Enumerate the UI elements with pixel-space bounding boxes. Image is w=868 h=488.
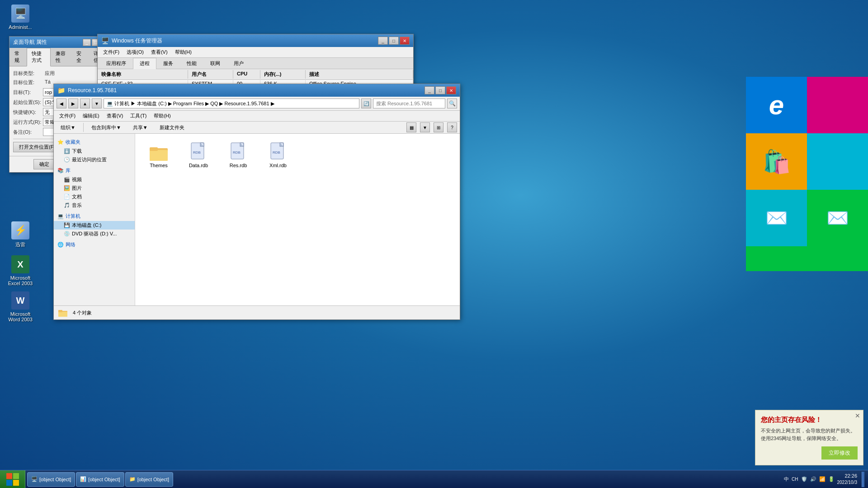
col-desc[interactable]: 描述	[306, 70, 413, 79]
taskbar-clock[interactable]: 22:26 2022/10/3	[837, 473, 858, 486]
sidebar-recent[interactable]: 🕒 最近访问的位置	[54, 155, 135, 164]
svg-rect-20	[58, 310, 62, 312]
col-image[interactable]: 映像名称	[98, 70, 188, 79]
help-btn[interactable]: ?	[447, 122, 457, 132]
forward-btn[interactable]: ▶	[68, 99, 78, 108]
tab-compat[interactable]: 兼容性	[51, 48, 71, 66]
menu-file[interactable]: 文件(F)	[99, 48, 123, 56]
desktop-icon-admin[interactable]: 🖥️ Administ...	[5, 5, 36, 30]
recent-btn[interactable]: ▼	[92, 99, 102, 108]
taskbar-item-explorer[interactable]: 📁 [object Object]	[125, 472, 173, 487]
tile-orange[interactable]: 🛍️	[746, 133, 807, 190]
file-explorer-titlebar: 📁 Resource.1.95.7681 _ □ ✕	[54, 84, 460, 97]
explorer-menu-file[interactable]: 文件(F)	[56, 112, 79, 120]
menu-options[interactable]: 选项(O)	[123, 48, 147, 56]
include-btn[interactable]: 包含到库中▼	[87, 123, 125, 132]
explorer-restore[interactable]: □	[435, 86, 445, 94]
status-folder-icon	[57, 307, 68, 318]
sidebar-downloads[interactable]: ⬇️ 下载	[54, 147, 135, 155]
tab-users[interactable]: 用户	[227, 58, 250, 69]
organize-btn[interactable]: 组织▼	[57, 123, 80, 132]
tray-icon-zh: 中	[784, 476, 789, 483]
sidebar-local-disk[interactable]: 💾 本地磁盘 (C:)	[54, 221, 135, 230]
sidebar-video[interactable]: 🎬 视频	[54, 175, 135, 184]
sidebar-dvd[interactable]: 💿 DVD 驱动器 (D:) V...	[54, 230, 135, 238]
data-rdb-icon: RDB	[188, 141, 209, 163]
tab-shortcut[interactable]: 快捷方式	[27, 48, 51, 66]
taskbar-item-properties[interactable]: 🖥️ [object Object]	[27, 472, 75, 487]
explorer-menu-view[interactable]: 查看(V)	[103, 112, 127, 120]
tile-green[interactable]: ✉️	[807, 190, 868, 246]
sidebar-docs[interactable]: 📄 文档	[54, 192, 135, 201]
themes-label: Themes	[150, 163, 168, 168]
taskbar-item-taskmanager-icon: 📊	[80, 476, 86, 482]
menu-view[interactable]: 查看(V)	[147, 48, 171, 56]
taskbar-item-taskmanager[interactable]: 📊 [object Object]	[76, 472, 124, 487]
taskbar-item-properties-icon: 🖥️	[31, 476, 38, 482]
svg-rect-23	[6, 480, 12, 486]
favorites-header[interactable]: ⭐ 收藏夹	[54, 137, 135, 147]
view-down-btn[interactable]: ▼	[420, 122, 430, 132]
tile-email2[interactable]: ✉️	[746, 190, 807, 246]
tab-perf[interactable]: 性能	[180, 58, 203, 69]
sidebar-music[interactable]: 🎵 音乐	[54, 201, 135, 210]
library-header[interactable]: 📚 库	[54, 166, 135, 175]
task-manager-restore[interactable]: □	[389, 37, 399, 45]
network-header[interactable]: 🌐 网络	[54, 240, 135, 249]
desktop-icon-excel[interactable]: X MicrosoftExcel 2003	[5, 255, 36, 286]
col-cpu[interactable]: CPU	[233, 70, 260, 79]
file-item-xml[interactable]: RDB Xml.rdb	[260, 139, 296, 170]
col-user[interactable]: 用户名	[188, 70, 233, 79]
tab-apps[interactable]: 应用程序	[99, 58, 133, 69]
notification-fix-btn[interactable]: 立即修改	[821, 446, 858, 460]
task-manager-minimize[interactable]: _	[378, 37, 388, 45]
tray-icon-network: 📶	[819, 476, 826, 482]
ok-btn[interactable]: 确定	[33, 159, 55, 169]
explorer-menu-help[interactable]: 帮助(H)	[150, 112, 174, 120]
task-manager-controls: _ □ ✕	[378, 37, 410, 45]
data-rdb-label: Data.rdb	[189, 163, 208, 168]
desktop-icon-thunder[interactable]: ⚡ 迅雷	[5, 221, 36, 248]
explorer-close[interactable]: ✕	[446, 86, 456, 94]
explorer-minimize[interactable]: _	[425, 86, 434, 94]
view-btn[interactable]: ▦	[406, 122, 416, 132]
sidebar-pictures[interactable]: 🖼️ 图片	[54, 184, 135, 192]
file-item-res[interactable]: RDB Res.rdb	[220, 139, 256, 170]
notification-close-btn[interactable]: ✕	[855, 412, 860, 419]
share-btn[interactable]: 共享▼	[129, 123, 152, 132]
back-btn[interactable]: ◀	[57, 99, 66, 108]
task-manager-close[interactable]: ✕	[400, 37, 410, 45]
tile-pink[interactable]	[807, 77, 868, 133]
res-rdb-label: Res.rdb	[230, 163, 247, 168]
explorer-menu-tools[interactable]: 工具(T)	[127, 112, 150, 120]
tab-security[interactable]: 安全	[71, 48, 89, 66]
pane-btn[interactable]: ⊞	[434, 122, 443, 132]
refresh-btn[interactable]: 🔄	[361, 99, 371, 108]
desktop-icon-admin-label: Administ...	[9, 24, 32, 30]
tile-cyan2[interactable]	[807, 133, 868, 190]
svg-rect-24	[13, 480, 19, 486]
tile-ie2[interactable]: e	[746, 77, 807, 133]
address-path[interactable]: 💻 计算机 ▶ 本地磁盘 (C:) ▶ Program Files ▶ QQ ▶…	[104, 99, 359, 108]
computer-header[interactable]: 💻 计算机	[54, 211, 135, 221]
tab-general[interactable]: 常规	[9, 48, 27, 66]
desktop-icon-word[interactable]: W MicrosoftWord 2003	[5, 291, 36, 322]
taskbar-tray: 中 CH 🛡️ 🔊 📶 🔋 22:26 2022/10/3	[780, 472, 868, 487]
tab-network[interactable]: 联网	[203, 58, 227, 69]
network-icon: 🌐	[57, 242, 64, 248]
show-desktop-btn[interactable]	[862, 472, 864, 487]
file-item-data[interactable]: RDB Data.rdb	[180, 139, 217, 170]
up-btn[interactable]: ▲	[80, 99, 90, 108]
file-item-themes[interactable]: Themes	[141, 139, 177, 170]
explorer-menu-edit[interactable]: 编辑(E)	[79, 112, 103, 120]
menu-help[interactable]: 帮助(H)	[171, 48, 195, 56]
search-btn[interactable]: 🔍	[447, 99, 457, 108]
start-button[interactable]	[0, 470, 25, 488]
tab-services[interactable]: 服务	[156, 58, 180, 69]
minimize-btn[interactable]: _	[83, 39, 91, 46]
tab-processes[interactable]: 进程	[133, 58, 156, 69]
new-folder-btn[interactable]: 新建文件夹	[156, 123, 189, 132]
col-mem[interactable]: 内存(...)	[260, 70, 306, 79]
file-explorer-title: Resource.1.95.7681	[68, 87, 117, 94]
search-input[interactable]	[373, 99, 445, 108]
